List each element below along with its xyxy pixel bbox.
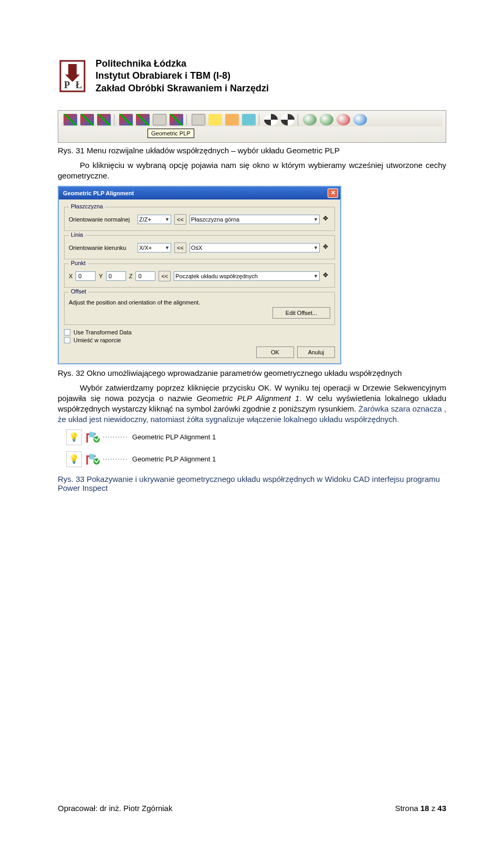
toolbar-tooltip: Geometric PLP bbox=[148, 129, 194, 138]
figure-31-toolbar-screenshot: Geometric PLP bbox=[58, 110, 446, 143]
checkbox-put-in-report[interactable]: Umieść w raporcie bbox=[64, 337, 335, 343]
dialog-titlebar: Geometric PLP Alignment ✕ bbox=[59, 187, 340, 199]
group-plane-title: Płaszczyzna bbox=[69, 203, 105, 209]
page-footer: Opracował: dr inż. Piotr Zgórniak Strona… bbox=[58, 804, 446, 813]
header-line-1: Politechnika Łódzka bbox=[96, 58, 269, 70]
toolbar-separator bbox=[259, 114, 261, 125]
sphere-icon-red bbox=[337, 114, 350, 125]
svg-rect-5 bbox=[89, 454, 95, 460]
figure-31-caption: Rys. 31 Menu rozwijalne układów współrzę… bbox=[58, 146, 446, 155]
properties-icon bbox=[225, 114, 239, 125]
checkbox-use-transformed[interactable]: Use Transformed Data bbox=[64, 329, 335, 335]
offset-description: Adjust the position and orientation of t… bbox=[69, 299, 200, 306]
bulb-off-icon[interactable]: 💡 bbox=[66, 429, 82, 445]
tree-item-visible: 💡 ·········· Geometric PLP Alignment 1 bbox=[66, 451, 446, 467]
geometric-plp-alignment-dialog: Geometric PLP Alignment ✕ Płaszczyzna Or… bbox=[58, 186, 341, 364]
svg-text:P: P bbox=[64, 80, 70, 90]
label-orient-dir: Orientowanie kierunku bbox=[69, 245, 134, 251]
close-icon[interactable]: ✕ bbox=[328, 188, 338, 198]
svg-rect-3 bbox=[89, 431, 95, 438]
align-icon-4 bbox=[119, 114, 133, 125]
university-logo: P Ł bbox=[58, 58, 87, 94]
align-icon-6 bbox=[170, 114, 183, 125]
label-orient-normal: Orientowanie normalnej bbox=[69, 216, 134, 223]
alignment-icon bbox=[86, 453, 101, 466]
label-y: Y bbox=[99, 273, 102, 279]
dropdown-zz[interactable]: Z/Z+▼ bbox=[138, 215, 171, 224]
group-line: Linia Orientowanie kierunku X/X+▼ << OśX… bbox=[64, 235, 335, 259]
tree-item-hidden: 💡 ·········· Geometric PLP Alignment 1 bbox=[66, 429, 446, 445]
checker-icon-1 bbox=[264, 114, 278, 125]
document-header: P Ł Politechnika Łódzka Instytut Obrabia… bbox=[58, 58, 446, 94]
group-point-title: Punkt bbox=[69, 260, 88, 266]
group-offset-title: Offset bbox=[69, 288, 88, 294]
align-icon-2 bbox=[80, 114, 94, 125]
input-z[interactable] bbox=[135, 271, 155, 281]
group-point: Punkt X Y Z << Początek układu współrzęd… bbox=[64, 264, 335, 288]
group-offset: Offset Adjust the position and orientati… bbox=[64, 292, 335, 325]
button-back-plane[interactable]: << bbox=[174, 214, 186, 225]
paragraph-after-fig32: Wybór zatwierdzamy poprzez kliknięcie pr… bbox=[58, 383, 446, 425]
pick-icon[interactable]: ✥ bbox=[323, 215, 330, 224]
edit-offset-button[interactable]: Edit Offset... bbox=[272, 307, 330, 319]
sphere-icon-green bbox=[303, 114, 317, 125]
align-icon-1 bbox=[64, 114, 77, 125]
cancel-button[interactable]: Anuluj bbox=[297, 346, 335, 358]
dropdown-plane-top[interactable]: Płaszczyzna górna▼ bbox=[190, 215, 320, 224]
ok-button[interactable]: OK bbox=[256, 346, 294, 358]
label-z: Z bbox=[129, 273, 133, 279]
input-y[interactable] bbox=[106, 271, 126, 281]
tree-connector: ·········· bbox=[103, 456, 128, 462]
figure-33-caption: Rys. 33 Pokazywanie i ukrywanie geometry… bbox=[58, 475, 446, 492]
pick-icon[interactable]: ✥ bbox=[323, 272, 330, 280]
svg-text:Ł: Ł bbox=[76, 80, 82, 90]
header-line-3: Zakład Obróbki Skrawaniem i Narzędzi bbox=[96, 82, 269, 94]
label-x: X bbox=[69, 273, 72, 279]
tree-item-label: Geometric PLP Alignment 1 bbox=[132, 455, 216, 463]
paragraph-after-fig31: Po kliknięciu w wybraną opcję pojawia na… bbox=[58, 160, 446, 182]
align-icon-3 bbox=[97, 114, 111, 125]
footer-page: Strona 18 z 43 bbox=[395, 804, 446, 813]
group-line-title: Linia bbox=[69, 231, 85, 238]
align-icon-5 bbox=[136, 114, 150, 125]
tree-connector: ·········· bbox=[103, 434, 128, 440]
alignment-icon bbox=[86, 431, 101, 444]
header-line-2: Instytut Obrabiarek i TBM (I-8) bbox=[96, 70, 269, 82]
dialog-title-text: Geometric PLP Alignment bbox=[63, 190, 134, 196]
footer-author: Opracował: dr inż. Piotr Zgórniak bbox=[58, 804, 172, 813]
pick-icon[interactable]: ✥ bbox=[323, 244, 330, 252]
tree-item-label: Geometric PLP Alignment 1 bbox=[132, 433, 216, 441]
misc-icon-1 bbox=[192, 114, 205, 125]
group-plane: Płaszczyzna Orientowanie normalnej Z/Z+▼… bbox=[64, 207, 335, 231]
sphere-icon-green-2 bbox=[320, 114, 333, 125]
button-back-point[interactable]: << bbox=[159, 271, 171, 281]
figure-32-caption: Rys. 32 Okno umożliwiającego wprowadzani… bbox=[58, 369, 446, 377]
dropdown-xx[interactable]: X/X+▼ bbox=[138, 243, 171, 252]
toolbar-separator bbox=[186, 114, 188, 125]
checker-icon-2 bbox=[281, 114, 295, 125]
bulb-on-icon[interactable]: 💡 bbox=[66, 451, 82, 467]
dropdown-origin[interactable]: Początek układu współrzędnych▼ bbox=[174, 271, 320, 281]
toolbar-separator bbox=[114, 114, 116, 125]
button-back-line[interactable]: << bbox=[174, 243, 186, 253]
toolbar-separator bbox=[298, 114, 300, 125]
folder-icon bbox=[208, 114, 222, 125]
input-x[interactable] bbox=[76, 271, 96, 281]
open-icon bbox=[153, 114, 166, 125]
dropdown-axis-x[interactable]: OśX▼ bbox=[190, 243, 320, 252]
sheet-icon bbox=[242, 114, 256, 125]
sphere-icon-blue bbox=[353, 114, 367, 125]
